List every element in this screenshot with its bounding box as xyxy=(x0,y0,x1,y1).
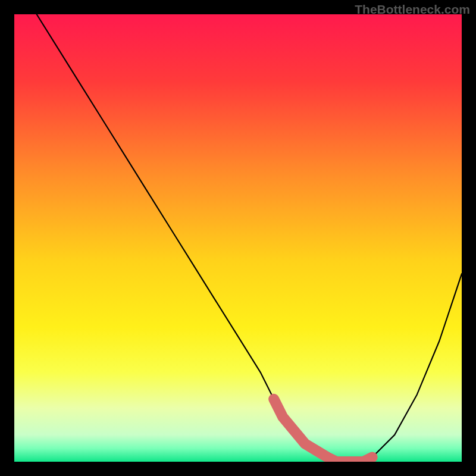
bottleneck-curve xyxy=(37,14,462,462)
watermark-text: TheBottleneck.com xyxy=(355,2,470,17)
chart-plot-area xyxy=(14,14,462,462)
chart-curve-layer xyxy=(14,14,462,462)
optimal-zone-marker xyxy=(274,399,372,462)
